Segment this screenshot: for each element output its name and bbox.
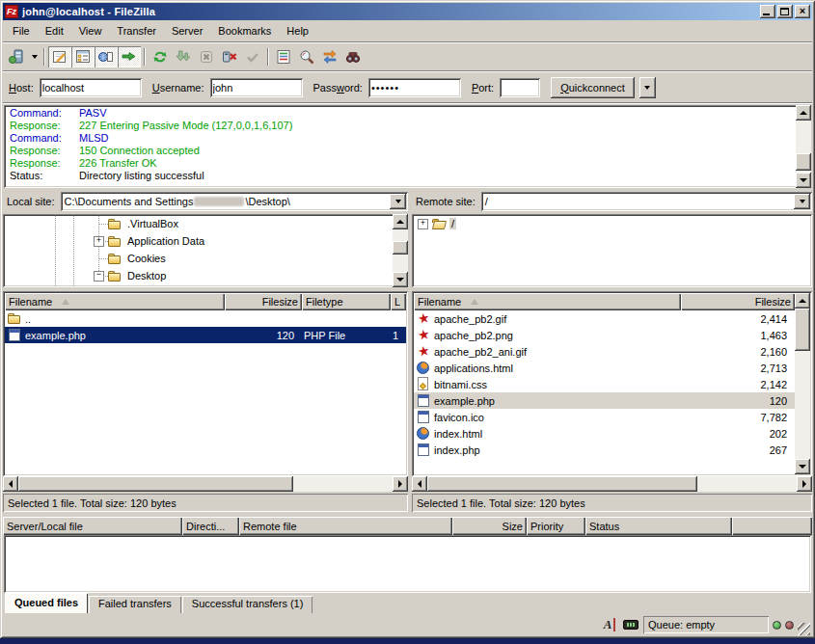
column-header-server-local-file[interactable]: Server/Local file bbox=[3, 517, 182, 535]
site-manager-dropdown-button[interactable] bbox=[28, 46, 41, 67]
menu-transfer[interactable]: Transfer bbox=[109, 22, 164, 40]
scroll-up-button[interactable] bbox=[796, 105, 811, 121]
local-site-combo[interactable]: C:\Documents and Settings\Desktop\ bbox=[61, 192, 408, 211]
directory-comparison-button[interactable] bbox=[295, 46, 318, 67]
process-queue-button[interactable] bbox=[172, 46, 195, 67]
quickconnect-button[interactable]: Quickconnect bbox=[551, 77, 635, 98]
menu-file[interactable]: File bbox=[5, 22, 38, 40]
toggle-local-tree-button[interactable] bbox=[71, 46, 95, 67]
column-header-filename[interactable]: Filename bbox=[5, 293, 225, 310]
column-header-direction[interactable]: Directi... bbox=[182, 517, 239, 535]
column-header-status[interactable]: Status bbox=[585, 517, 732, 535]
tab-failed-transfers[interactable]: Failed transfers bbox=[89, 596, 181, 613]
host-input[interactable] bbox=[40, 78, 142, 97]
column-header-last-modified[interactable]: L bbox=[391, 293, 406, 310]
directory-filters-button[interactable] bbox=[272, 46, 295, 67]
folder-icon bbox=[107, 269, 122, 283]
remote-file-row-selected[interactable]: example.php 120 bbox=[414, 392, 795, 409]
scroll-up-button[interactable] bbox=[393, 214, 408, 229]
remote-hscrollbar[interactable] bbox=[412, 476, 812, 492]
scroll-left-button[interactable] bbox=[3, 476, 18, 492]
column-header-priority[interactable]: Priority bbox=[527, 517, 585, 535]
remote-file-row[interactable]: index.php 267 bbox=[414, 442, 795, 458]
tree-item-application-data[interactable]: Application Data bbox=[3, 232, 393, 250]
column-header-filesize[interactable]: Filesize bbox=[225, 293, 302, 310]
tree-item-desktop[interactable]: Desktop bbox=[3, 267, 393, 284]
resize-grip[interactable] bbox=[798, 623, 810, 635]
synchronized-browsing-button[interactable] bbox=[318, 46, 341, 67]
site-manager-button[interactable] bbox=[5, 46, 28, 67]
tree-item-cookies[interactable]: Cookies bbox=[3, 250, 393, 267]
menu-view[interactable]: View bbox=[71, 22, 110, 40]
remote-list-scrollbar[interactable] bbox=[795, 293, 810, 474]
scroll-right-button[interactable] bbox=[393, 476, 408, 492]
tree-expander-plus[interactable] bbox=[418, 219, 428, 229]
local-site-dropdown-button[interactable] bbox=[390, 194, 406, 209]
html-file-icon bbox=[416, 361, 431, 375]
scroll-thumb[interactable] bbox=[18, 476, 293, 492]
toggle-remote-tree-button[interactable] bbox=[95, 46, 118, 67]
scroll-up-button[interactable] bbox=[795, 293, 810, 309]
tree-item-virtualbox[interactable]: .VirtualBox bbox=[3, 215, 393, 232]
remote-file-row[interactable]: bitnami.css 2,142 bbox=[414, 376, 795, 392]
remote-file-row[interactable]: index.html 202 bbox=[414, 425, 795, 442]
refresh-button[interactable] bbox=[149, 46, 172, 67]
scroll-down-button[interactable] bbox=[795, 459, 810, 474]
remote-site-dropdown-button[interactable] bbox=[794, 194, 810, 209]
scroll-down-button[interactable] bbox=[796, 173, 811, 188]
scroll-down-button[interactable] bbox=[393, 272, 408, 287]
scroll-thumb[interactable] bbox=[393, 241, 408, 255]
tree-expander-minus[interactable] bbox=[94, 271, 104, 282]
remote-file-row[interactable]: apache_pb2_ani.gif 2,160 bbox=[414, 343, 795, 360]
menu-edit[interactable]: Edit bbox=[38, 22, 71, 40]
tree-expander-plus[interactable] bbox=[94, 236, 104, 247]
data-type-indicator-icon[interactable]: A bbox=[601, 617, 618, 632]
menu-bookmarks[interactable]: Bookmarks bbox=[210, 22, 279, 40]
password-input[interactable] bbox=[368, 78, 461, 97]
tree-item-root[interactable]: / bbox=[412, 215, 812, 232]
local-hscrollbar[interactable] bbox=[3, 476, 408, 492]
minimize-button[interactable] bbox=[760, 5, 775, 18]
remote-site-combo[interactable]: / bbox=[481, 192, 812, 211]
reconnect-button[interactable] bbox=[241, 46, 264, 67]
username-input[interactable] bbox=[210, 78, 303, 97]
local-file-row-selected[interactable]: example.php 120 PHP File 1 bbox=[5, 327, 406, 343]
tab-successful-transfers[interactable]: Successful transfers (1) bbox=[182, 596, 313, 613]
menu-server[interactable]: Server bbox=[164, 22, 210, 40]
column-header-size[interactable]: Size bbox=[452, 517, 527, 535]
remote-file-row[interactable]: favicon.ico 7,782 bbox=[414, 409, 795, 425]
remote-file-row[interactable]: apache_pb2.png 1,463 bbox=[414, 327, 795, 343]
remote-file-row[interactable]: applications.html 2,713 bbox=[414, 360, 795, 376]
column-header-filesize[interactable]: Filesize bbox=[681, 293, 795, 310]
log-scrollbar[interactable] bbox=[796, 105, 811, 188]
scroll-thumb[interactable] bbox=[795, 309, 810, 351]
local-tree-scrollbar[interactable] bbox=[393, 214, 408, 287]
port-input[interactable] bbox=[500, 78, 540, 97]
divider bbox=[3, 70, 812, 72]
scroll-left-button[interactable] bbox=[412, 476, 427, 492]
scroll-right-button[interactable] bbox=[797, 476, 812, 492]
tree-expander[interactable] bbox=[94, 219, 104, 229]
menu-help[interactable]: Help bbox=[279, 22, 316, 40]
scroll-thumb[interactable] bbox=[796, 153, 811, 171]
quickconnect-dropdown-button[interactable] bbox=[639, 77, 656, 98]
remote-file-row[interactable]: apache_pb2.gif 2,414 bbox=[414, 310, 795, 327]
transfer-queue-list[interactable] bbox=[4, 535, 811, 593]
column-header-remote-file[interactable]: Remote file bbox=[239, 517, 452, 535]
column-header-filename[interactable]: Filename bbox=[414, 293, 681, 310]
tab-queued-files[interactable]: Queued files bbox=[5, 593, 88, 613]
local-file-row-parent[interactable]: .. bbox=[5, 310, 406, 327]
close-button[interactable]: × bbox=[795, 5, 810, 18]
tree-expander[interactable] bbox=[94, 254, 104, 264]
maximize-button[interactable] bbox=[777, 5, 793, 18]
toggle-log-view-button[interactable] bbox=[48, 46, 71, 67]
find-files-button[interactable] bbox=[341, 46, 365, 67]
filezilla-app-icon[interactable]: Fz bbox=[5, 5, 18, 18]
titlebar[interactable]: Fz john@localhost - FileZilla × bbox=[3, 3, 812, 20]
scroll-thumb[interactable] bbox=[427, 476, 697, 492]
disconnect-button[interactable] bbox=[218, 46, 241, 67]
toggle-transfer-queue-button[interactable] bbox=[118, 46, 141, 67]
cancel-operation-button[interactable] bbox=[195, 46, 218, 67]
speed-limit-indicator-icon[interactable] bbox=[622, 617, 639, 632]
column-header-filetype[interactable]: Filetype bbox=[302, 293, 391, 310]
